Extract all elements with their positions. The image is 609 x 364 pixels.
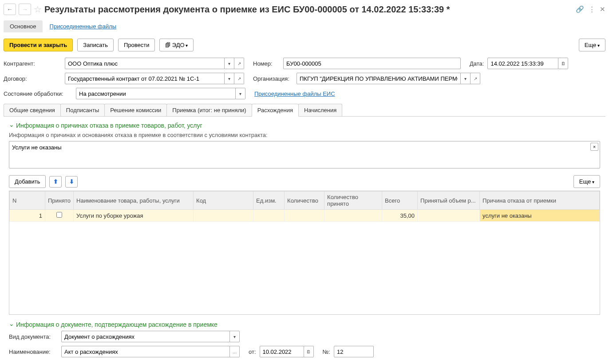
tab-commission[interactable]: Решение комиссии — [104, 104, 167, 116]
contractor-input[interactable] — [65, 58, 225, 69]
nav-forward-button[interactable]: → — [19, 4, 31, 15]
move-up-button[interactable]: ⬆ — [49, 176, 62, 188]
add-row-button[interactable]: Добавить — [9, 175, 46, 188]
view-tab-main[interactable]: Основное — [4, 20, 43, 32]
tab-charges[interactable]: Начисления — [298, 104, 342, 116]
cell-n[interactable]: 1 — [10, 210, 45, 222]
contractor-open-icon[interactable]: ↗ — [234, 58, 244, 69]
doc-type-input[interactable] — [61, 331, 230, 342]
number-label: Номер: — [253, 60, 280, 67]
cell-qty[interactable] — [285, 210, 324, 222]
tabs-bar: Общие сведения Подписанты Решение комисс… — [4, 104, 605, 117]
tab-general[interactable]: Общие сведения — [4, 104, 61, 116]
doc-num-input[interactable] — [334, 346, 374, 357]
close-icon[interactable]: ✕ — [600, 5, 605, 13]
cell-accepted[interactable] — [45, 210, 74, 222]
discrepancies-table[interactable]: N Принято Наименование товара, работы, у… — [9, 191, 600, 315]
doc-name-label: Наименование: — [9, 348, 58, 355]
state-dropdown-icon[interactable]: ▾ — [236, 88, 245, 99]
contract-dropdown-icon[interactable]: ▾ — [225, 73, 234, 84]
contract-open-icon[interactable]: ↗ — [234, 73, 244, 84]
cell-total[interactable]: 35,00 — [382, 210, 418, 222]
save-button[interactable]: Записать — [77, 39, 114, 51]
view-tabs: Основное Присоединенные файлы — [4, 20, 605, 32]
contractor-dropdown-icon[interactable]: ▾ — [225, 58, 234, 69]
col-total[interactable]: Всего — [382, 192, 418, 210]
main-toolbar: Провести и закрыть Записать Провести ЭДО… — [4, 39, 605, 51]
doc-type-label: Вид документа: — [9, 333, 58, 340]
col-code[interactable]: Код — [194, 192, 253, 210]
col-n[interactable]: N — [10, 192, 45, 210]
state-input[interactable] — [76, 88, 236, 99]
clear-textarea-icon[interactable]: × — [590, 143, 598, 151]
doc-section-title[interactable]: Информация о документе, подтверждающем р… — [9, 321, 600, 328]
col-name[interactable]: Наименование товара, работы, услуги — [74, 192, 194, 210]
doc-name-more-icon[interactable]: … — [230, 346, 240, 357]
col-acc-vol[interactable]: Принятый объем р... — [418, 192, 480, 210]
more-button[interactable]: Еще — [579, 39, 605, 51]
doc-date-calendar-icon[interactable]: 🗓 — [304, 346, 314, 357]
accepted-checkbox[interactable] — [56, 212, 62, 218]
from-label: от: — [249, 348, 256, 355]
cell-name[interactable]: Услуги по уборке урожая — [74, 210, 194, 222]
table-row[interactable]: 1 Услуги по уборке урожая 35,00 услуги н… — [10, 210, 600, 222]
contractor-label: Контрагент: — [4, 60, 61, 67]
calendar-icon[interactable]: 🗓 — [558, 58, 568, 69]
tab-signers[interactable]: Подписанты — [60, 104, 105, 116]
org-dropdown-icon[interactable]: ▾ — [461, 73, 471, 84]
tab-discrepancies[interactable]: Расхождения — [252, 104, 299, 117]
contract-label: Договор: — [4, 75, 61, 82]
number-input[interactable] — [283, 58, 461, 69]
table-more-button[interactable]: Еще — [573, 175, 600, 188]
move-down-button[interactable]: ⬇ — [65, 176, 78, 188]
col-qty-acc[interactable]: Количество принято — [324, 192, 382, 210]
col-accepted[interactable]: Принято — [45, 192, 74, 210]
contract-input[interactable] — [65, 73, 225, 84]
cell-qty-acc[interactable] — [324, 210, 382, 222]
doc-type-dropdown-icon[interactable]: ▾ — [230, 331, 240, 342]
post-and-close-button[interactable]: Провести и закрыть — [4, 39, 73, 51]
nav-back-button[interactable]: ← — [4, 4, 16, 15]
tab-acceptance[interactable]: Приемка (итог: не приняли) — [166, 104, 252, 116]
favorite-icon[interactable]: ☆ — [34, 4, 42, 15]
doc-num-label: №: — [323, 348, 331, 355]
refusal-section-title[interactable]: Информация о причинах отказа в приемке т… — [9, 122, 600, 129]
date-input[interactable] — [487, 58, 558, 69]
eis-files-link[interactable]: Присоединенные файлы ЕИС — [254, 90, 335, 97]
cell-acc-vol[interactable] — [418, 210, 480, 222]
view-tab-files[interactable]: Присоединенные файлы — [44, 20, 123, 32]
doc-date-input[interactable] — [260, 346, 304, 357]
cell-unit[interactable] — [253, 210, 285, 222]
titlebar: ← → ☆ Результаты рассмотрения документа … — [4, 4, 605, 15]
link-icon[interactable]: 🔗 — [576, 5, 584, 13]
col-unit[interactable]: Ед.изм. — [253, 192, 285, 210]
cell-code[interactable] — [194, 210, 253, 222]
date-label: Дата: — [470, 60, 484, 67]
col-reason[interactable]: Причина отказа от приемки — [480, 192, 600, 210]
org-open-icon[interactable]: ↗ — [471, 73, 480, 84]
col-qty[interactable]: Количество — [285, 192, 324, 210]
post-button[interactable]: Провести — [118, 39, 155, 51]
doc-name-input[interactable] — [61, 346, 230, 357]
refusal-section-sub: Информация о причинах и основаниях отказ… — [9, 132, 600, 138]
edo-button[interactable]: ЭДО — [159, 39, 194, 51]
refusal-reason-textarea[interactable] — [9, 141, 600, 168]
cell-reason[interactable]: услуги не оказаны — [480, 210, 600, 222]
page-title: Результаты рассмотрения документа о прие… — [44, 4, 573, 15]
org-label: Организация: — [253, 75, 293, 82]
org-input[interactable] — [297, 73, 461, 84]
state-label: Состояние обработки: — [4, 90, 72, 97]
kebab-icon[interactable]: ⋮ — [589, 5, 595, 13]
